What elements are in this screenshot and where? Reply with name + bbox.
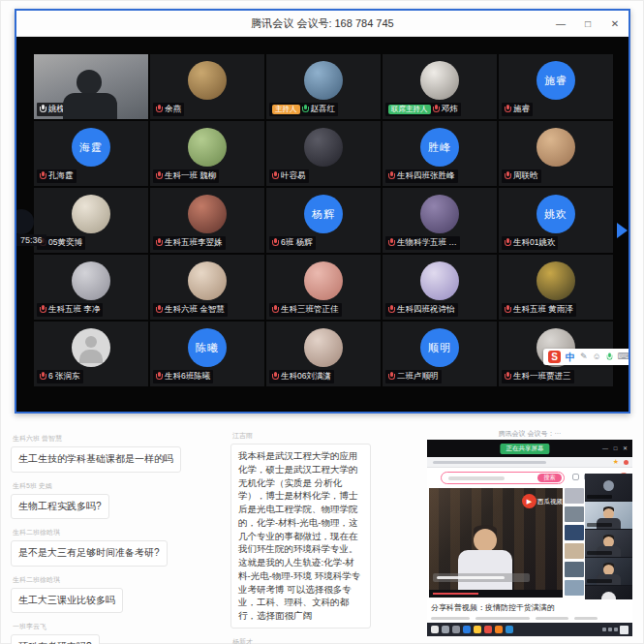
role-badge: 主持人 [272, 105, 300, 114]
name-tag: 生科五班 李净 [37, 303, 103, 317]
related-video-thumb[interactable] [565, 506, 584, 522]
participant-name: 生科六班 金智慧 [165, 304, 225, 316]
participant-tile[interactable]: 陈曦 生科6班陈曦 [150, 322, 264, 386]
participant-avatar [188, 261, 227, 300]
name-tag: 生科五班李翌姝 [153, 236, 226, 250]
search-input[interactable]: 搜索 [441, 472, 565, 484]
meeting-thumbnail[interactable] [585, 502, 632, 529]
participant-tile[interactable]: 生科06刘满潇 [266, 322, 381, 386]
next-page-arrow-icon[interactable] [617, 223, 628, 238]
mic-icon [433, 105, 440, 114]
participant-tile[interactable]: 生科一班 魏柳 [150, 121, 264, 186]
ime-language-toggle[interactable]: 中 [566, 351, 575, 364]
participant-name: 余燕 [165, 104, 181, 115]
participant-tile[interactable]: 联席主持人 邓炜 [383, 54, 497, 119]
participant-tile[interactable]: 生科五班 黄雨泽 [499, 255, 613, 320]
taskbar-app-icon[interactable] [431, 626, 439, 633]
ime-voice-icon[interactable] [606, 353, 612, 361]
chat-message-item: 生科5班 史嫣 生物工程实践多吗? [11, 481, 226, 520]
participant-avatar: 海霆 [72, 128, 110, 167]
participant-tile[interactable]: 叶容易 [266, 121, 381, 186]
related-video-thumb[interactable] [565, 580, 584, 596]
participant-name: 生科五班 李净 [48, 304, 100, 316]
participant-avatar [420, 261, 459, 300]
participant-tile[interactable]: 胜峰 生科四班张胜峰 [383, 121, 497, 186]
meeting-thumbnail[interactable] [585, 558, 632, 585]
share-header-bar: 正在共享屏幕 — □ ✕ [427, 440, 632, 457]
meeting-thumbnail[interactable] [585, 474, 632, 501]
participant-tile[interactable]: 姚槐应 [34, 54, 148, 119]
upload-icon[interactable] [572, 474, 579, 480]
participant-tile[interactable]: 海霆 孔海霆 [34, 121, 148, 186]
participant-tile[interactable]: 主持人 赵喜红 [266, 54, 381, 119]
taskbar-app-icon[interactable] [442, 626, 449, 633]
participant-tile[interactable]: 顺明 二班卢顺明 [383, 322, 497, 386]
taskbar-app-icon[interactable] [506, 626, 513, 633]
participant-name: 生科01姚欢 [513, 237, 555, 249]
ime-pen-icon[interactable]: ✎ [580, 349, 588, 365]
bookmark-star-icon[interactable]: ★ [613, 458, 619, 466]
participant-tile[interactable]: 05黄奕博 [34, 188, 148, 253]
name-tag: 生科三班管正佳 [269, 303, 342, 317]
participant-name: 周联晗 [513, 170, 538, 182]
name-tag: 6班 杨辉 [269, 236, 316, 250]
chat-middle-column: 江吉雨 我本科是武汉工程大学的应用化学，硕士是武汉工程大学的无机化学（实质是 分… [230, 431, 371, 644]
participant-avatar: 顺明 [420, 328, 459, 367]
browser-address-bar[interactable]: ★ [427, 457, 632, 468]
participant-avatar [420, 195, 459, 233]
chat-sender: 生科六班 曾智慧 [13, 434, 226, 444]
title-bar: 腾讯会议 会议号: 168 784 745 — □ ✕ [16, 11, 629, 37]
related-video-thumb[interactable] [565, 543, 584, 559]
video-title-row: 分享科普视频：疫情防控干货满满的 [427, 599, 632, 614]
meeting-thumbnail[interactable] [585, 530, 632, 557]
participant-name: 6 张润东 [48, 371, 80, 383]
participant-tile[interactable]: 生科四班祝诗怡 [383, 255, 497, 320]
taskbar-app-icon[interactable] [495, 626, 503, 633]
related-video-thumb[interactable] [565, 525, 584, 540]
participant-tile[interactable]: 杨辉 6班 杨辉 [266, 188, 381, 253]
participant-tile[interactable]: 姚欢 生科01姚欢 [499, 188, 613, 253]
participant-tile[interactable]: 生科五班 李净 [34, 255, 148, 320]
taskbar-app-icon[interactable] [452, 626, 460, 633]
side-panel-handle[interactable] [16, 209, 34, 234]
participant-tile[interactable]: 生科六班 金智慧 [150, 255, 264, 320]
chat-sender: 杨新才 [232, 637, 371, 644]
participant-avatar: 姚欢 [537, 195, 575, 233]
participant-tile[interactable]: 周联晗 [499, 121, 613, 186]
video-title: 分享科普视频：疫情防控干货满满的 [431, 602, 555, 613]
system-tray[interactable] [602, 626, 629, 634]
taskbar-app-icon[interactable] [463, 626, 471, 633]
progress-bar[interactable] [429, 590, 563, 598]
ime-keyboard-icon[interactable]: ⌨ [618, 349, 629, 365]
mic-icon [272, 305, 279, 315]
participant-name: 邓炜 [442, 104, 458, 115]
search-button[interactable]: 搜索 [537, 474, 562, 482]
mic-icon [388, 305, 395, 315]
participant-avatar: 胜峰 [420, 128, 459, 167]
participant-tile[interactable]: 施睿 施睿 [499, 54, 613, 119]
participant-avatar [304, 128, 343, 167]
related-video-thumb[interactable] [565, 488, 584, 504]
mic-icon [505, 105, 511, 114]
participant-avatar [420, 61, 459, 100]
participant-avatar [304, 328, 343, 367]
participant-tile[interactable]: 余燕 [150, 54, 264, 119]
participant-tile[interactable]: 6 张润东 [34, 322, 148, 386]
mic-icon [156, 171, 163, 181]
video-player[interactable]: ▶ 西瓜视频 [429, 488, 563, 598]
mic-icon [156, 105, 163, 114]
participant-tile[interactable]: 生科五班李翌姝 [150, 188, 264, 253]
participant-tile[interactable]: 生科三班管正佳 [266, 255, 381, 320]
participant-avatar [304, 261, 343, 300]
mic-icon [40, 171, 46, 181]
ime-emoji-icon[interactable]: ☺ [593, 349, 601, 365]
sogou-logo-icon[interactable]: S [548, 351, 561, 363]
name-tag: 生科四班张胜峰 [385, 169, 458, 183]
share-window-controls[interactable]: — □ ✕ [602, 445, 629, 451]
play-button-icon[interactable]: ▶ [522, 494, 537, 508]
taskbar-app-icon[interactable] [484, 626, 492, 633]
participant-name: 二班卢顺明 [397, 371, 439, 383]
taskbar-app-icon[interactable] [474, 626, 481, 633]
related-video-thumb[interactable] [565, 562, 584, 577]
participant-tile[interactable]: 生物科学五班 … [383, 188, 497, 253]
